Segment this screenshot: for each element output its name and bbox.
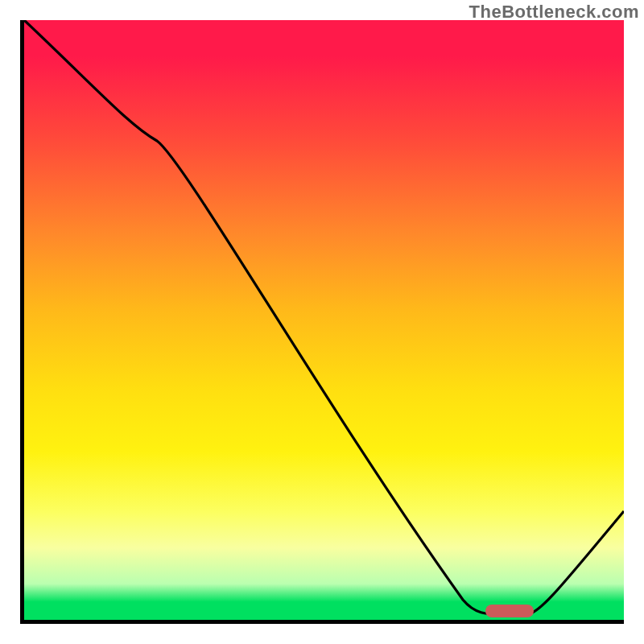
chart-container: TheBottleneck.com [0,0,644,644]
curve-svg [24,20,624,620]
bottleneck-curve-path [24,20,624,614]
plot-area [20,20,624,624]
optimal-range-marker [485,605,534,617]
